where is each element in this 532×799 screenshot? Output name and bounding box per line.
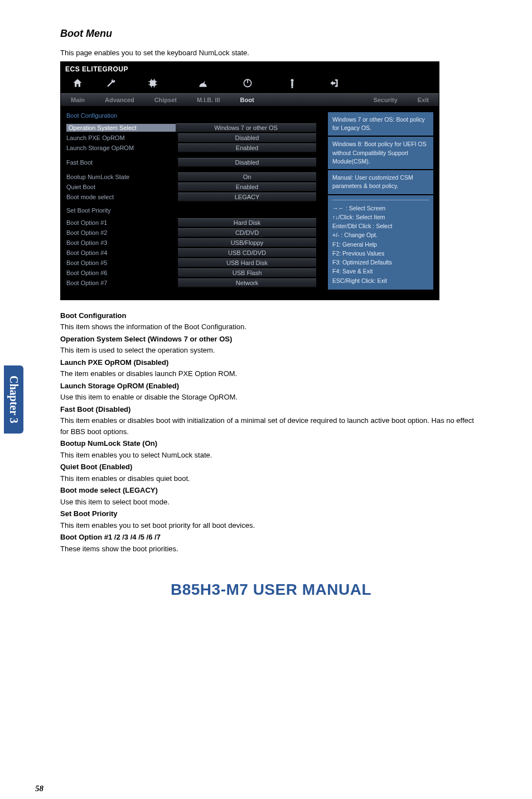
tab-chipset[interactable]: Chipset (144, 94, 187, 106)
bios-screenshot: ECS ELITEGROUP Main Advanced Chipset M.I… (60, 61, 439, 300)
desc-text: This item enables or disables boot with … (60, 415, 482, 437)
page-number: 58 (35, 784, 43, 793)
descriptions: Boot ConfigurationThis item shows the in… (60, 310, 482, 555)
svg-rect-3 (291, 82, 293, 86)
bios-row[interactable]: Boot Option #3USB/Floppy (66, 238, 316, 247)
bios-row[interactable]: Boot Option #1Hard Disk (66, 218, 316, 227)
row-label: Boot Option #6 (66, 269, 178, 276)
desc-text: This item enables or disables quiet boot… (60, 473, 482, 484)
tab-boot[interactable]: Boot (230, 94, 264, 106)
key-tip-line: →← : Select Screen (332, 204, 429, 213)
key-tip-line: +/- : Change Opt. (332, 230, 429, 239)
row-value: On (178, 172, 316, 181)
home-icon[interactable] (61, 75, 94, 91)
page-title: Boot Menu (60, 28, 482, 40)
desc-text: This item is used to select the operatio… (60, 345, 482, 356)
desc-heading: Fast Boot (Disabled) (60, 404, 482, 415)
svg-point-4 (291, 86, 293, 88)
row-label: Boot Option #1 (66, 219, 178, 226)
row-value: USB CD/DVD (178, 248, 316, 257)
tab-advanced[interactable]: Advanced (95, 94, 144, 106)
bios-row[interactable]: Boot Option #6USB Flash (66, 268, 316, 277)
chapter-side-tab: Chapter 3 (0, 0, 27, 799)
bios-right-panel: Windows 7 or other OS: Boot policy for L… (322, 107, 439, 300)
row-value: USB/Floppy (178, 238, 316, 247)
bios-row[interactable]: Bootup NumLock StateOn (66, 172, 316, 181)
bios-row[interactable]: Launch PXE OpROMDisabled (66, 133, 316, 142)
bios-row[interactable]: Boot mode selectLEGACY (66, 192, 316, 201)
boot-config-title: Boot Configuration (66, 112, 316, 119)
desc-heading: Quiet Boot (Enabled) (60, 461, 482, 473)
row-value: Disabled (178, 158, 316, 167)
manual-title: B85H3-M7 USER MANUAL (60, 581, 482, 599)
bios-row[interactable]: Boot Option #5USB Hard Disk (66, 258, 316, 267)
bios-row-fastboot[interactable]: Fast Boot Disabled (66, 158, 316, 167)
row-value: Disabled (178, 133, 316, 142)
bios-row[interactable]: Quiet BootEnabled (66, 182, 316, 191)
desc-text: Use this item to select boot mode. (60, 497, 482, 508)
help-text-3: Manual: User customized CSM parameters &… (328, 170, 433, 194)
row-label: Boot Option #7 (66, 280, 178, 286)
bios-body: Boot Configuration Operation System Sele… (61, 107, 439, 300)
row-value: Enabled (178, 182, 316, 191)
desc-heading: Bootup NumLock State (On) (60, 438, 482, 449)
tab-exit[interactable]: Exit (408, 94, 439, 106)
desc-text: The item enables or disables launch PXE … (60, 368, 482, 379)
desc-heading: Operation System Select (Windows 7 or ot… (60, 334, 482, 345)
desc-text: This item shows the information of the B… (60, 321, 482, 333)
tab-security[interactable]: Security (363, 94, 407, 106)
desc-heading: Launch Storage OpROM (Enabled) (60, 381, 482, 392)
power-icon[interactable] (228, 75, 267, 91)
svg-point-2 (291, 79, 294, 82)
key-tip-line: ↑↓/Click: Select Item (332, 213, 429, 222)
desc-text: Use this item to enable or disable the S… (60, 392, 482, 403)
row-label: Bootup NumLock State (66, 174, 178, 180)
row-value: LEGACY (178, 192, 316, 201)
row-value: USB Flash (178, 268, 316, 277)
intro-text: This page enables you to set the keyboar… (60, 49, 482, 57)
bios-tabs: Main Advanced Chipset M.I.B. III Boot Se… (61, 93, 439, 107)
set-boot-title: Set Boot Priority (66, 207, 316, 214)
row-value: Network (178, 278, 316, 287)
bios-row[interactable]: Boot Option #2CD/DVD (66, 228, 316, 237)
page-content: Boot Menu This page enables you to set t… (27, 0, 532, 799)
desc-text: This item enables you to set boot priori… (60, 520, 482, 531)
key-tip-line: ESC/Right Click: Exit (332, 276, 429, 285)
row-label: Boot Option #3 (66, 239, 178, 246)
desc-heading: Set Boot Priority (60, 508, 482, 519)
row-label: Fast Boot (66, 159, 178, 166)
security-icon[interactable] (267, 75, 317, 91)
speed-icon[interactable] (178, 75, 228, 91)
key-tips: →← : Select Screen↑↓/Click: Select ItemE… (328, 195, 433, 290)
tab-mib[interactable]: M.I.B. III (187, 94, 230, 106)
exit-icon[interactable] (317, 75, 351, 91)
chapter-label: Chapter 3 (4, 365, 23, 434)
row-label: Boot Option #4 (66, 249, 178, 256)
chip-icon[interactable] (128, 75, 178, 91)
bios-row[interactable]: Operation System SelectWindows 7 or othe… (66, 123, 316, 132)
desc-heading: Boot Configuration (60, 310, 482, 321)
bios-row[interactable]: Launch Storage OpROMEnabled (66, 143, 316, 152)
row-label: Boot Option #2 (66, 229, 178, 236)
key-tip-line: F4: Save & Exit (332, 267, 429, 276)
desc-heading: Boot Option #1 /2 /3 /4 /5 /6 /7 (60, 532, 482, 543)
desc-heading: Boot mode select (LEGACY) (60, 485, 482, 496)
row-label: Launch PXE OpROM (66, 134, 178, 141)
row-label: Operation System Select (66, 124, 176, 132)
bios-row[interactable]: Boot Option #7Network (66, 278, 316, 287)
row-value: Hard Disk (178, 218, 316, 227)
bios-left-panel: Boot Configuration Operation System Sele… (61, 107, 322, 300)
key-tip-line: F2: Previous Values (332, 249, 429, 258)
tab-main[interactable]: Main (61, 94, 95, 106)
row-label: Launch Storage OpROM (66, 145, 178, 151)
bios-row[interactable]: Boot Option #4USB CD/DVD (66, 248, 316, 257)
row-label: Boot Option #5 (66, 259, 178, 266)
bios-brand: ECS ELITEGROUP (61, 62, 439, 73)
help-text-2: Windows 8: Boot policy for UEFI OS witho… (328, 137, 433, 169)
wrench-icon[interactable] (94, 75, 128, 91)
row-value: USB Hard Disk (178, 258, 316, 267)
row-value: CD/DVD (178, 228, 316, 237)
svg-rect-0 (150, 80, 156, 86)
help-text-1: Windows 7 or other OS: Boot policy for L… (328, 112, 433, 136)
key-tip-line: F1: General Help (332, 240, 429, 249)
